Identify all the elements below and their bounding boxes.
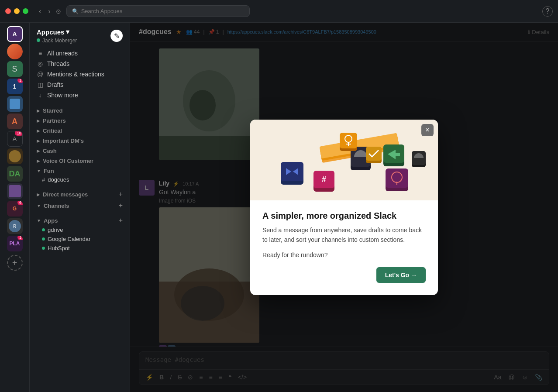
modal-close-button[interactable]: × (421, 124, 434, 136)
voc-toggle-icon: ▶ (37, 158, 40, 163)
channel-sidebar: Appcues ▾ Jack Moberger ✎ ≡ All unreads … (30, 23, 130, 392)
section-important-dms[interactable]: ▶ Important DM's (30, 135, 130, 145)
threads-icon: ◎ (37, 60, 44, 67)
search-bar[interactable]: 🔍 (66, 5, 250, 17)
channels-toggle-icon: ▼ (37, 203, 41, 208)
add-dm-button[interactable]: + (119, 190, 123, 198)
fun-toggle-icon: ▼ (37, 168, 41, 173)
sidebar-item-drafts[interactable]: ◫ Drafts (30, 79, 130, 90)
workspace-icon-13[interactable]: PLA 1 (7, 236, 23, 251)
add-workspace-button[interactable]: + (7, 255, 23, 271)
workspace-sidebar: A S 1 1 A A 10 DA G (0, 23, 30, 392)
gcal-status-dot (42, 237, 45, 241)
modal: × (250, 120, 438, 296)
nav-arrows: ‹ › ⊙ (37, 7, 61, 16)
modal-body: A simpler, more organized Slack Send a m… (250, 200, 438, 296)
search-icon: 🔍 (72, 8, 79, 14)
status-dot (37, 38, 40, 42)
mentions-icon: @ (37, 71, 44, 78)
partners-toggle-icon: ▶ (37, 118, 40, 123)
sidebar-item-all-unreads[interactable]: ≡ All unreads (30, 48, 130, 58)
channel-hash-icon: # (42, 176, 45, 183)
workspace-badge-11: 6 (17, 201, 23, 205)
user-name: Jack Moberger (42, 38, 77, 44)
close-button[interactable] (5, 8, 11, 14)
workspace-name[interactable]: Appcues ▾ (37, 28, 77, 36)
workspace-icon-4[interactable]: 1 1 (7, 79, 23, 94)
workspace-badge-4: 1 (17, 79, 23, 83)
modal-title: A simpler, more organized Slack (262, 211, 426, 221)
minimize-button[interactable] (14, 8, 20, 14)
sidebar-nav-section: ≡ All unreads ◎ Threads @ Mentions & rea… (30, 47, 130, 101)
add-channel-button[interactable]: + (119, 202, 123, 210)
gdrive-status-dot (42, 228, 45, 231)
important-dms-toggle-icon: ▶ (37, 138, 40, 143)
hubspot-status-dot (42, 247, 45, 250)
maximize-button[interactable] (23, 8, 28, 14)
modal-cta-button[interactable]: Let's Go → (376, 267, 426, 283)
workspace-icon-10[interactable] (7, 183, 23, 199)
workspace-icon-12[interactable]: R (7, 218, 23, 234)
workspace-icon-5[interactable] (7, 96, 23, 112)
history-button[interactable]: ⊙ (56, 7, 61, 16)
forward-button[interactable]: › (46, 7, 52, 16)
section-direct-messages[interactable]: ▶ Direct messages + (30, 188, 130, 199)
workspace-icon-3[interactable]: S (7, 61, 23, 77)
workspace-icon-11[interactable]: G 6 (7, 201, 23, 217)
section-starred[interactable]: ▶ Starred (30, 105, 130, 115)
section-partners[interactable]: ▶ Partners (30, 115, 130, 125)
dm-toggle-icon: ▶ (37, 192, 40, 197)
search-input[interactable] (81, 8, 244, 14)
section-fun[interactable]: ▼ Fun (30, 165, 130, 175)
workspace-icon-9[interactable]: DA (7, 166, 23, 182)
sidebar-header: Appcues ▾ Jack Moberger ✎ (30, 23, 130, 47)
svg-text:#: # (322, 175, 326, 184)
cash-toggle-icon: ▶ (37, 148, 40, 153)
workspace-icon-2[interactable] (7, 44, 23, 59)
modal-prompt: Ready for the rundown? (262, 251, 426, 258)
sidebar-item-mentions[interactable]: @ Mentions & reactions (30, 69, 130, 79)
workspace-icon-6[interactable]: A (7, 113, 23, 129)
modal-overlay[interactable]: × (130, 23, 558, 392)
starred-toggle-icon: ▶ (37, 108, 40, 113)
section-voice-of-customer[interactable]: ▶ Voice Of Customer (30, 155, 130, 165)
compose-button[interactable]: ✎ (110, 30, 123, 42)
svg-rect-31 (366, 147, 382, 161)
main-layout: A S 1 1 A A 10 DA G (0, 23, 558, 392)
add-app-button[interactable]: + (119, 217, 123, 224)
svg-rect-13 (281, 162, 303, 181)
app-item-gdrive[interactable]: gdrive (30, 225, 130, 234)
workspace-dropdown-icon: ▾ (66, 28, 69, 36)
workspace-icon-8[interactable] (7, 148, 23, 164)
section-apps[interactable]: ▼ Apps + (30, 214, 130, 225)
main-content: #dogcues ★ 👥 44 | 📌 1 | https://appcues.… (130, 23, 558, 392)
section-cash[interactable]: ▶ Cash (30, 145, 130, 155)
help-button[interactable]: ? (542, 6, 553, 17)
modal-illustration: × (250, 120, 438, 200)
section-channels[interactable]: ▼ Channels + (30, 199, 130, 210)
channel-item-dogcues[interactable]: # dogcues (30, 175, 130, 184)
app-item-google-calendar[interactable]: Google Calendar (30, 234, 130, 244)
back-button[interactable]: ‹ (37, 7, 43, 16)
workspace-icon-7[interactable]: A 10 (7, 131, 23, 147)
critical-toggle-icon: ▶ (37, 128, 40, 133)
window-controls (5, 8, 28, 14)
section-critical[interactable]: ▶ Critical (30, 125, 130, 135)
app-item-hubspot[interactable]: HubSpot (30, 244, 130, 253)
modal-illustration-svg: # (257, 120, 431, 199)
show-more-icon: ↓ (37, 92, 44, 99)
drafts-icon: ◫ (37, 81, 44, 88)
workspace-icon-appcues[interactable]: A (7, 26, 23, 42)
titlebar: ‹ › ⊙ 🔍 ? (0, 0, 558, 23)
all-unreads-icon: ≡ (37, 50, 44, 57)
workspace-badge-7: 10 (15, 131, 22, 136)
sidebar-item-show-more[interactable]: ↓ Show more (30, 90, 130, 100)
workspace-badge-13: 1 (17, 236, 23, 240)
modal-description: Send a message from anywhere, save draft… (262, 225, 426, 245)
apps-toggle-icon: ▼ (37, 218, 41, 223)
sidebar-item-threads[interactable]: ◎ Threads (30, 58, 130, 69)
